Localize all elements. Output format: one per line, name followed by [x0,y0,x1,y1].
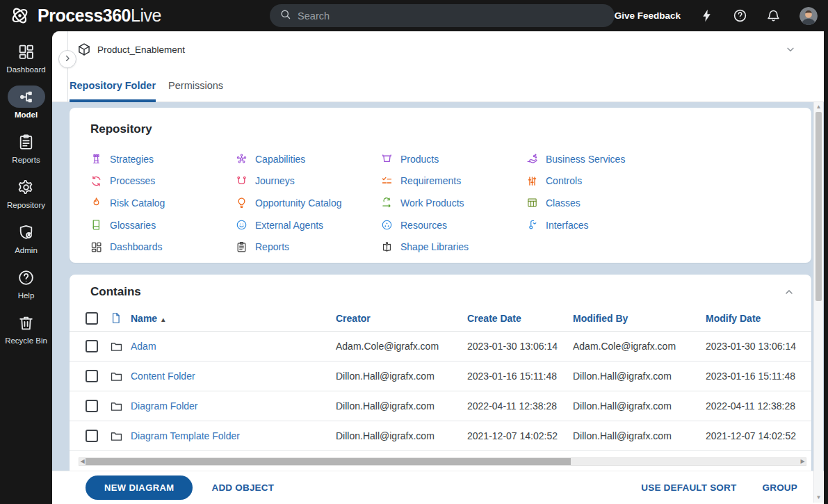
risk-catalog-icon [90,197,102,209]
repository-link-controls[interactable]: Controls [526,170,672,193]
select-all-checkbox[interactable] [86,312,98,325]
repository-link-risk-catalog[interactable]: Risk Catalog [90,192,236,214]
row-name-link[interactable]: Diagram Template Folder [131,430,336,441]
column-header-creator[interactable]: Creator [336,313,467,324]
table-row-diagram-template-folder: Diagram Template FolderDillon.Hall@igraf… [70,421,811,451]
tab-permissions[interactable]: Permissions [168,80,223,102]
row-checkbox[interactable] [86,400,98,412]
row-name-link[interactable]: Diagram Folder [131,400,336,412]
table-row-adam: AdamAdam.Cole@igrafx.com2023-01-30 13:06… [70,332,811,361]
repository-link-processes[interactable]: Processes [90,170,236,193]
row-checkbox[interactable] [86,370,98,382]
tab-repository-folder[interactable]: Repository Folder [70,80,156,102]
column-header-modified-by[interactable]: Modified By [573,313,706,324]
dashboards-icon [90,241,102,253]
external-agents-icon [236,219,247,231]
repository-link-label: Dashboards [110,241,163,252]
contains-panel-header: Contains [70,275,811,305]
sidebar-item-reports[interactable]: Reports [0,131,52,175]
scroll-right-arrow[interactable]: ▶ [799,457,806,466]
table-header-row: Name Creator Create Date Modified By Mod… [70,305,811,332]
horizontal-scroll-track[interactable] [86,458,799,465]
repository-link-label: Work Products [400,197,464,209]
group-button[interactable]: GROUP [762,482,797,493]
repository-link-journeys[interactable]: Journeys [236,170,381,193]
horizontal-scrollbar[interactable]: ◀ ▶ [79,457,806,466]
repository-link-reports[interactable]: Reports [236,236,381,258]
repository-link-shape-libraries[interactable]: Shape Libraries [381,236,526,258]
row-creator: Dillon.Hall@igrafx.com [336,371,467,382]
repository-link-requirements[interactable]: Requirements [381,170,526,193]
row-creator: Adam.Cole@igrafx.com [336,341,467,352]
row-modify-date: 2021-12-07 14:02:52 [706,430,811,441]
scroll-left-arrow[interactable]: ◀ [79,457,86,466]
topbar-actions: Give Feedback [615,7,828,25]
expand-tree-panel-button[interactable] [58,50,76,68]
row-checkbox[interactable] [86,340,98,352]
repository-link-opportunity-catalog[interactable]: Opportunity Catalog [236,192,381,214]
sidebar-item-recycle-bin[interactable]: Recycle Bin [0,311,52,356]
row-name-link[interactable]: Adam [131,341,336,352]
lightning-icon[interactable] [699,8,714,23]
search-bar[interactable] [270,4,615,27]
repository-link-label: Requirements [400,175,461,186]
sidebar-item-admin[interactable]: Admin [0,221,52,266]
search-input[interactable] [298,10,605,22]
requirements-icon [381,175,393,187]
row-modify-date: 2023-01-30 13:06:14 [706,341,811,352]
help-circle-icon[interactable] [733,8,747,23]
sidebar-item-model[interactable]: Model [0,86,52,130]
page-title: Product_Enablement [97,44,185,55]
vertical-scrollbar[interactable]: ▲ ▼ [813,102,823,503]
repository-link-label: Opportunity Catalog [255,197,342,209]
repository-link-business-services[interactable]: Business Services [526,148,672,170]
repository-link-glossaries[interactable]: Glossaries [90,214,236,236]
sidebar-item-help[interactable]: Help [0,266,52,311]
bell-icon[interactable] [766,8,781,23]
horizontal-scroll-thumb[interactable] [86,458,571,465]
object-title-row: Product_Enablement [77,42,185,56]
repository-link-classes[interactable]: Classes [526,192,672,214]
row-create-date: 2023-01-16 15:11:48 [467,371,573,382]
sidebar-item-repository[interactable]: Repository [0,176,52,220]
shape-libraries-icon [381,241,393,253]
row-modify-date: 2023-01-16 15:11:48 [706,371,811,382]
give-feedback-button[interactable]: Give Feedback [615,10,681,21]
row-checkbox[interactable] [86,430,98,442]
repository-link-interfaces[interactable]: Interfaces [526,214,672,236]
sidebar-item-dashboard[interactable]: Dashboard [0,40,52,85]
model-icon [8,86,45,108]
repository-link-products[interactable]: Products [381,148,526,170]
collapse-contains-chevron-up-icon[interactable] [784,286,795,298]
sidebar-item-label: Dashboard [6,65,45,74]
sidebar-item-label: Admin [15,246,38,254]
repository-link-resources[interactable]: Resources [381,214,526,236]
collapse-header-chevron-down-icon[interactable] [785,44,796,58]
row-name-link[interactable]: Content Folder [131,371,336,382]
scroll-down-arrow[interactable]: ▼ [814,494,823,502]
vertical-scroll-thumb[interactable] [815,112,822,301]
repository-link-strategies[interactable]: Strategies [90,148,236,170]
add-object-button[interactable]: ADD OBJECT [211,482,274,493]
use-default-sort-button[interactable]: USE DEFAULT SORT [641,482,736,493]
tab-bar: Repository FolderPermissions [70,80,223,102]
processes-icon [90,175,102,187]
repository-link-dashboards[interactable]: Dashboards [90,236,236,258]
column-header-modify-date[interactable]: Modify Date [706,313,811,324]
repository-link-work-products[interactable]: Work Products [381,192,526,214]
app-window: Process360Live Give Feedback DashboardMo… [0,0,828,504]
row-creator: Dillon.Hall@igrafx.com [336,430,467,441]
search-icon [279,8,291,23]
column-header-create-date[interactable]: Create Date [467,313,573,324]
scroll-up-arrow[interactable]: ▲ [814,103,823,111]
column-header-name[interactable]: Name [131,313,336,324]
repository-panel: Repository StrategiesProcessesRisk Catal… [70,108,811,263]
repository-link-external-agents[interactable]: External Agents [236,214,381,236]
sidebar-item-label: Model [15,111,38,119]
glossaries-icon [90,219,102,231]
strategies-icon [90,153,102,165]
user-avatar[interactable] [799,7,818,25]
repository-link-capabilities[interactable]: Capabilities [236,148,381,170]
new-diagram-button[interactable]: NEW DIAGRAM [86,475,193,500]
work-products-icon [381,197,393,209]
